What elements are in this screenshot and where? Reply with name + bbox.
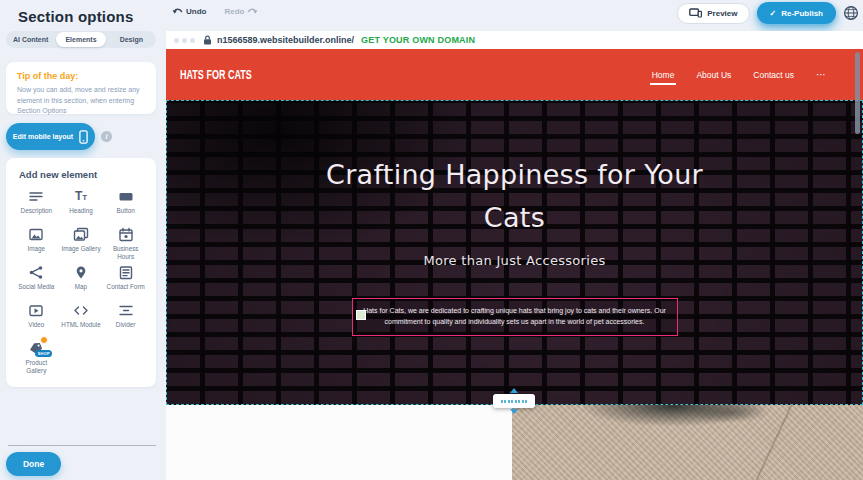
element-item-map[interactable]: Map — [59, 265, 104, 303]
element-item-label: HTML Module — [61, 321, 100, 329]
redo-label: Redo — [224, 7, 244, 16]
element-item-label: Button — [117, 207, 135, 215]
hero-heading[interactable]: Crafting Happiness for Your Cats — [295, 153, 735, 239]
undo-label: Undo — [186, 7, 206, 16]
map-pin-icon — [73, 265, 89, 280]
arrow-down-icon — [510, 409, 518, 414]
element-item-label: Social Media — [18, 283, 54, 291]
sidebar-tabbar: AI Content Elements Design — [6, 31, 156, 48]
get-domain-link[interactable]: GET YOUR OWN DOMAIN — [361, 35, 475, 45]
button-icon — [118, 189, 134, 204]
site-url[interactable]: n1566589.websitebuilder.online/ — [217, 35, 354, 45]
image-gallery-icon — [73, 227, 89, 242]
element-item-label: Video — [28, 321, 44, 329]
globe-language-icon[interactable] — [843, 5, 859, 21]
element-item-divider[interactable]: Divider — [103, 303, 148, 341]
hero-subheading[interactable]: More than Just Accessories — [167, 253, 862, 268]
element-item-html-module[interactable]: HTML Module — [59, 303, 104, 341]
sidebar-divider — [8, 445, 156, 446]
hero-text-element-selected[interactable]: Hats for Cats, we are dedicated to craft… — [352, 298, 678, 336]
business-hours-icon — [118, 227, 134, 242]
info-icon[interactable]: i — [101, 131, 112, 142]
browser-bar: n1566589.websitebuilder.online/ GET YOUR… — [166, 31, 863, 49]
add-element-title: Add new element — [6, 169, 156, 180]
element-item-label: Contact Form — [107, 283, 145, 291]
element-item-label: Heading — [69, 207, 92, 215]
devices-icon — [689, 8, 702, 18]
nav-contact-us[interactable]: Contact us — [753, 70, 794, 80]
add-new-element-panel: Add new element Description TT Heading B… — [6, 158, 156, 387]
canvas-scrollbar[interactable] — [855, 52, 860, 134]
element-item-button[interactable]: Button — [103, 189, 148, 227]
social-media-icon — [28, 265, 44, 280]
shop-badge: SHOP — [35, 350, 52, 357]
nav-about-us[interactable]: About Us — [696, 70, 731, 80]
browser-dots-icon — [174, 38, 195, 43]
undo-redo-group: Undo Redo — [172, 7, 258, 16]
element-item-video[interactable]: Video — [14, 303, 59, 341]
edit-mobile-label: Edit mobile layout — [13, 133, 73, 140]
code-icon — [73, 303, 89, 318]
element-item-label: Map — [75, 283, 87, 291]
element-grid: Description TT Heading Button Image — [14, 189, 148, 379]
site-nav: Home About Us Contact us ⋯ — [652, 49, 827, 100]
drag-handle[interactable] — [356, 310, 366, 320]
element-item-social-media[interactable]: Social Media — [14, 265, 59, 303]
done-button[interactable]: Done — [6, 452, 61, 476]
edit-mobile-layout-button[interactable]: Edit mobile layout — [6, 123, 95, 150]
element-item-description[interactable]: Description — [14, 189, 59, 227]
contact-form-icon — [118, 265, 134, 280]
tip-title: Tip of the day: — [17, 71, 145, 81]
element-item-contact-form[interactable]: Contact Form — [103, 265, 148, 303]
more-menu-icon[interactable]: ⋯ — [816, 69, 827, 80]
element-item-label: Image — [28, 245, 46, 253]
preview-button[interactable]: Preview — [677, 3, 749, 24]
topbar-actions: Preview ✓ Re-Publish — [677, 2, 859, 24]
undo-icon — [172, 7, 183, 16]
video-icon — [28, 303, 44, 318]
nav-home[interactable]: Home — [652, 70, 675, 80]
redo-button[interactable]: Redo — [224, 7, 258, 16]
next-section-image[interactable] — [512, 405, 863, 480]
preview-label: Preview — [707, 9, 737, 18]
sidebar: AI Content Elements Design Tip of the da… — [0, 0, 166, 480]
tab-design[interactable]: Design — [107, 32, 156, 47]
element-item-label: Description — [21, 207, 53, 215]
section-resize-handle[interactable] — [493, 394, 535, 408]
hero-content: Crafting Happiness for Your Cats More th… — [167, 101, 862, 336]
republish-label: Re-Publish — [781, 9, 823, 18]
tab-ai-content[interactable]: AI Content — [6, 32, 55, 47]
image-icon — [28, 227, 44, 242]
site-header: HATS FOR CATS Home About Us Contact us ⋯ — [166, 49, 863, 100]
check-icon: ✓ — [770, 9, 777, 18]
element-item-image[interactable]: Image — [14, 227, 59, 265]
tab-elements[interactable]: Elements — [56, 32, 105, 47]
notification-badge — [40, 336, 48, 344]
phone-icon — [79, 130, 88, 144]
tip-body: Now you can add, move and resize any ele… — [17, 85, 145, 117]
divider-icon — [118, 303, 134, 318]
element-item-business-hours[interactable]: Business Hours — [103, 227, 148, 265]
site-logo[interactable]: HATS FOR CATS — [180, 68, 252, 81]
element-item-label: Product Gallery — [16, 359, 56, 375]
arrow-up-icon — [510, 388, 518, 393]
element-item-label: Image Gallery — [61, 245, 100, 253]
element-item-label: Divider — [116, 321, 136, 329]
undo-button[interactable]: Undo — [172, 7, 206, 16]
element-item-image-gallery[interactable]: Image Gallery — [59, 227, 104, 265]
lock-icon — [203, 35, 212, 45]
next-section-background — [166, 405, 512, 480]
element-item-label: Business Hours — [106, 245, 146, 261]
product-gallery-icon: SHOP — [28, 341, 44, 356]
element-item-heading[interactable]: TT Heading — [59, 189, 104, 227]
redo-icon — [247, 7, 258, 16]
description-icon — [28, 189, 44, 204]
site-canvas: n1566589.websitebuilder.online/ GET YOUR… — [166, 31, 863, 480]
republish-button[interactable]: ✓ Re-Publish — [757, 2, 836, 24]
hero-body-text: Hats for Cats, we are dedicated to craft… — [361, 306, 669, 328]
hero-section-selected[interactable]: Crafting Happiness for Your Cats More th… — [166, 100, 863, 405]
tip-of-the-day-card: Tip of the day: Now you can add, move an… — [6, 62, 156, 114]
heading-icon: TT — [75, 189, 87, 204]
element-item-product-gallery[interactable]: SHOP Product Gallery — [14, 341, 59, 379]
